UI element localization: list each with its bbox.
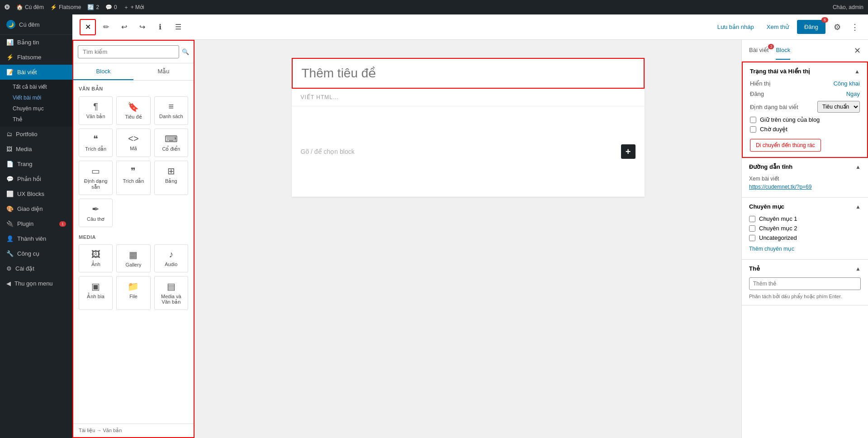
blocks-icon: ⬜	[6, 190, 14, 197]
more-button[interactable]: ⋮	[849, 22, 861, 32]
sidebar-item-dashboard[interactable]: 📊 Bảng tin	[0, 35, 72, 50]
redo-button[interactable]: ↪	[134, 19, 150, 35]
wp-logo[interactable]: 🅦	[5, 4, 10, 10]
comment-icon: 💬	[105, 4, 112, 10]
sidebar-item-posts[interactable]: 📝 Bài viết	[0, 65, 72, 80]
text-blocks-grid: ¶ Văn bản 🔖 Tiêu đề ≡ Danh sách ❝	[79, 96, 188, 227]
cat2-checkbox[interactable]	[749, 225, 755, 232]
section-permalink-header[interactable]: Đường dẫn tĩnh ▲	[742, 158, 868, 176]
sidebar-item-pages[interactable]: 📄 Trang	[0, 157, 72, 171]
block-audio[interactable]: ♪ Audio	[154, 244, 188, 272]
section-status-header[interactable]: Trạng thái và Hiển thị ▲	[743, 62, 867, 80]
updates-item[interactable]: 🔄 2	[87, 4, 99, 10]
publish-row: Đăng Ngay	[750, 90, 860, 97]
save-draft-button[interactable]: Lưu bản nháp	[713, 21, 759, 33]
block-pullquote[interactable]: ❞ Trích dẫn	[116, 161, 150, 195]
post-title-input[interactable]	[292, 58, 645, 89]
post-editor: VIẾT HTML... Gõ / để chọn block +	[292, 58, 645, 197]
undo-button[interactable]: ↩	[116, 19, 132, 35]
sidebar-logo[interactable]: 🌙 Cú đêm	[0, 14, 72, 35]
sidebar-item-comments[interactable]: 💬 Phản hồi	[0, 171, 72, 186]
info-button[interactable]: ℹ	[152, 19, 168, 35]
keyboard-icon: ⌨	[165, 133, 178, 144]
sidebar-sub-tags[interactable]: Thẻ	[0, 114, 72, 125]
settings-icon: ⚙	[6, 265, 12, 272]
publish-badge: 6	[821, 17, 828, 23]
search-input[interactable]	[78, 45, 179, 58]
uncategorized-checkbox[interactable]	[749, 235, 755, 241]
sidebar-item-tools[interactable]: 🔧 Công cụ	[0, 246, 72, 261]
sidebar-sub-posts: Tất cả bài viết Viết bài mới Chuyên mục …	[0, 80, 72, 127]
chevron-up-icon: ▲	[854, 68, 860, 75]
settings-button[interactable]: ⚙	[829, 19, 845, 35]
publish-button[interactable]: Đăng 6	[797, 20, 825, 34]
dashboard-icon: 📊	[6, 39, 14, 46]
block-heading[interactable]: 🔖 Tiêu đề	[116, 96, 150, 125]
sidebar-item-plugins[interactable]: 🔌 Plugin 1	[0, 216, 72, 231]
block-paragraph[interactable]: ¶ Văn bản	[79, 96, 113, 125]
block-quote[interactable]: ❝ Trích dẫn	[79, 129, 113, 157]
tab-template[interactable]: Mẫu	[133, 63, 194, 80]
pencil-button[interactable]: ✏	[98, 19, 114, 35]
block-media-text[interactable]: ▤ Media và Văn bản	[154, 276, 188, 310]
flatsome-icon: ⚡	[50, 4, 57, 10]
permalink-link[interactable]: https://cudemnet.tk/?p=69	[749, 184, 861, 190]
file-icon: 📁	[128, 281, 139, 292]
add-category-button[interactable]: Thêm chuyên mục	[749, 244, 794, 254]
block-classic[interactable]: ⌨ Cổ điển	[154, 129, 188, 157]
tag-hint: Phân tách bởi dấu phẩy hoặc phím Enter.	[749, 294, 842, 299]
sidebar-item-users[interactable]: 👤 Thành viên	[0, 231, 72, 246]
right-panel-content: Trạng thái và Hiển thị ▲ Hiển thị Công k…	[742, 62, 868, 438]
right-panel-close-button[interactable]: ✕	[854, 46, 861, 56]
sidebar-item-portfolio[interactable]: 🗂 Portfolio	[0, 127, 72, 142]
block-table[interactable]: ⊞ Bảng	[154, 161, 188, 195]
post-tab-badge: 3	[768, 44, 774, 49]
publish-date-value[interactable]: Ngay	[846, 90, 860, 97]
sticky-checkbox[interactable]	[750, 117, 756, 123]
visibility-value[interactable]: Công khai	[833, 80, 860, 87]
flatsome-item[interactable]: ⚡ Flatsome	[50, 4, 81, 10]
tab-block[interactable]: Block	[776, 41, 790, 60]
sidebar-item-collapse[interactable]: ◀ Thu gọn menu	[0, 276, 72, 291]
image-icon: 🖼	[91, 249, 100, 260]
pending-checkbox[interactable]	[750, 126, 756, 133]
site-name[interactable]: 🏠 Cú đêm	[16, 4, 44, 10]
gallery-icon: ▦	[129, 249, 138, 260]
close-button[interactable]: ✕	[80, 19, 96, 35]
sidebar-sub-categories[interactable]: Chuyên mục	[0, 103, 72, 114]
block-file[interactable]: 📁 File	[116, 276, 150, 310]
sidebar-sub-new-post[interactable]: Viết bài mới	[0, 92, 72, 103]
sidebar-item-settings[interactable]: ⚙ Cài đặt	[0, 261, 72, 276]
block-preformatted[interactable]: ▭ Định dạng sẵn	[79, 161, 113, 195]
section-categories-header[interactable]: Chuyên mục ▲	[742, 198, 868, 215]
preview-button[interactable]: Xem thử	[762, 21, 793, 33]
section-tags-header[interactable]: Thẻ ▲	[742, 260, 868, 277]
move-to-trash-button[interactable]: Di chuyển đến thùng rác	[750, 139, 821, 152]
block-gallery[interactable]: ▦ Gallery	[116, 244, 150, 272]
new-post-item[interactable]: ＋ + Mới	[123, 4, 144, 11]
flatsome-icon: ⚡	[6, 54, 14, 61]
block-list[interactable]: ≡ Danh sách	[154, 96, 188, 125]
sidebar-sub-all-posts[interactable]: Tất cả bài viết	[0, 81, 72, 92]
list-button[interactable]: ☰	[170, 19, 186, 35]
comments-item[interactable]: 💬 0	[105, 4, 117, 10]
block-cover[interactable]: ▣ Ảnh bìa	[79, 276, 113, 310]
sidebar-item-media[interactable]: 🖼 Media	[0, 142, 72, 157]
tag-input[interactable]	[749, 277, 861, 290]
post-format-select[interactable]: Tiêu chuẩn	[817, 101, 860, 113]
block-verse[interactable]: ✒ Câu thơ	[79, 199, 113, 227]
section-permalink: Đường dẫn tĩnh ▲ Xem bài viết https://cu…	[742, 158, 868, 198]
chevron-up-icon: ▲	[855, 204, 861, 210]
block-code[interactable]: <> Mã	[116, 129, 150, 157]
tab-block-label: Block	[776, 47, 790, 53]
add-block-button[interactable]: +	[621, 144, 636, 159]
tab-block[interactable]: Block	[73, 63, 133, 80]
tools-icon: 🔧	[6, 250, 14, 257]
cat1-checkbox[interactable]	[749, 216, 755, 222]
block-image[interactable]: 🖼 Ảnh	[79, 244, 113, 272]
right-panel-tabs: Bài viết 3 Block	[749, 41, 854, 60]
tab-post[interactable]: Bài viết 3	[749, 41, 768, 60]
sidebar-item-appearance[interactable]: 🎨 Giao diện	[0, 201, 72, 216]
sidebar-item-uxblocks[interactable]: ⬜ UX Blocks	[0, 186, 72, 201]
sidebar-item-flatsome[interactable]: ⚡ Flatsome	[0, 50, 72, 65]
